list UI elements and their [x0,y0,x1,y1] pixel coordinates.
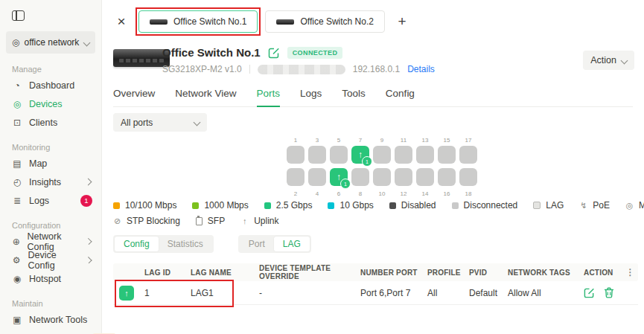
network-config-icon: ⊕ [12,237,21,247]
col-device-template-override: DEVICE TEMPLATE OVERRIDE [259,264,360,280]
port-18[interactable] [459,168,477,186]
column-settings-icon[interactable]: ⋮ [622,267,638,277]
switch-thumbnail-icon [150,19,168,25]
sidebar-collapse-icon[interactable] [12,10,25,21]
tab-config[interactable]: Config [386,88,415,106]
device-ip: 192.168.0.1 [353,64,400,74]
section-label-manage: Manage [12,65,101,74]
poe-lightning-icon: ↯ [579,201,587,211]
location-pin-icon: ◎ [12,37,19,48]
tab-network-view[interactable]: Network View [175,88,236,106]
sidebar-item-clients[interactable]: ⊡ Clients [0,113,101,132]
chevron-right-icon [85,257,92,263]
port-lag-badge: 1 [340,179,351,189]
port-10[interactable] [373,168,391,186]
port-6[interactable]: ↑1 [330,168,348,186]
subtab-lag[interactable]: LAG [274,237,310,251]
port-13[interactable] [416,146,434,164]
app-window: ◎ office network Manage ◔ Dashboard ◎ De… [0,0,644,334]
devices-icon: ◎ [12,99,22,109]
sidebar-item-network-config[interactable]: ⊕ Network Config [0,232,101,251]
legend-1000-mbps: 1000 Mbps [192,200,248,211]
port-1[interactable] [287,146,305,164]
sidebar-item-label: Hotspot [29,274,61,284]
close-icon[interactable]: × [112,12,131,31]
sidebar-item-intellirecover[interactable]: ⇄ IntelliRecover BETA [0,329,101,334]
add-tab-icon[interactable]: + [392,12,412,31]
device-tab-label: Office Switch No.2 [300,16,373,27]
port-11[interactable] [395,146,412,164]
device-tab-1[interactable]: Office Switch No.1 [138,10,258,33]
port-3[interactable] [308,146,326,164]
col-profile: PROFILE [427,269,469,277]
insights-icon: ◴ [12,177,22,187]
sidebar-item-label: Logs [29,196,49,206]
port-5[interactable] [330,146,348,164]
legend-10-gbps: 10 Gbps [328,200,373,211]
legend-disconnected: Disconnected [452,200,518,211]
legend-poe: ↯PoE [579,200,610,211]
port-2[interactable] [287,168,305,186]
details-link[interactable]: Details [407,64,435,74]
sidebar-item-insights[interactable]: ◴ Insights [0,173,101,191]
col-action: ACTION [584,269,622,277]
port-14[interactable] [416,168,434,186]
legend-mirroring: ◎Mirroring [625,200,644,211]
light-gray-swatch-icon [452,202,459,209]
action-button[interactable]: Action [583,51,634,70]
site-selector[interactable]: ◎ office network [6,31,95,54]
legend-2-5-gbps: 2.5 Gbps [264,200,313,211]
subtab-config[interactable]: Config [115,237,159,251]
port-filter-select[interactable]: All ports [113,113,207,132]
table-header: LAG ID LAG NAME DEVICE TEMPLATE OVERRIDE… [113,263,638,281]
port-15[interactable] [438,146,456,164]
legend-sfp: SFP [196,216,225,226]
edit-name-icon[interactable] [268,47,280,59]
sidebar-item-hotspot[interactable]: ◉ Hotspot [0,269,101,288]
sidebar-item-label: Dashboard [29,80,74,91]
tab-ports[interactable]: Ports [257,88,281,107]
row-actions [584,287,622,298]
chevron-right-icon [85,238,92,245]
sidebar-item-devices[interactable]: ◎ Devices [0,94,101,113]
clients-icon: ⊡ [12,118,22,128]
sidebar-item-label: Devices [29,99,62,109]
sidebar-item-device-config[interactable]: ⚙ Device Config [0,251,101,269]
delete-row-icon[interactable] [604,287,614,298]
edit-row-icon[interactable] [584,287,595,298]
sidebar-item-map[interactable]: ▤ Map [0,154,101,173]
port-17[interactable] [459,146,477,164]
device-nav-tabs: Overview Network View Ports Logs Tools C… [113,88,633,107]
port-8[interactable] [351,168,369,186]
subtab-port[interactable]: Port [240,237,274,251]
tab-overview[interactable]: Overview [113,88,155,106]
device-tab-label: Office Switch No.1 [173,16,246,27]
site-selector-label: office network [24,37,79,48]
tab-logs[interactable]: Logs [300,88,322,106]
port-16[interactable] [438,168,456,186]
subtab-statistics[interactable]: Statistics [159,237,212,251]
device-name-row: Office Switch No.1 CONNECTED [162,46,342,59]
port-7[interactable]: ↑1 [351,146,369,164]
sidebar-item-label: Network Tools [29,315,87,325]
device-subinfo: SG3218XP-M2 v1.0 192.168.0.1 Details [162,64,435,74]
sidebar-item-label: Clients [29,118,57,128]
port-12[interactable] [395,168,412,186]
sidebar-item-logs[interactable]: ≣ Logs 1 [0,191,101,210]
cell-number-port: Port 6,Port 7 [360,288,427,298]
port-lag-badge: 1 [362,156,372,167]
table-row[interactable]: ↑ 1 LAG1 - Port 6,Port 7 All Default All… [113,281,638,305]
col-number-port: NUMBER PORT [360,269,427,277]
port-4[interactable] [308,168,326,186]
network-tools-icon: ▣ [12,315,22,325]
port-9[interactable] [373,146,391,164]
sidebar-item-dashboard[interactable]: ◔ Dashboard [0,76,101,94]
tab-tools[interactable]: Tools [342,88,366,106]
legend-uplink: ↑Uplink [240,216,278,226]
device-tab-2[interactable]: Office Switch No.2 [265,10,384,33]
uplink-arrow-icon: ↑ [240,216,249,225]
port-numbers-bottom: 24681012141618 [287,190,477,197]
lag-table: LAG ID LAG NAME DEVICE TEMPLATE OVERRIDE… [113,263,638,305]
port-lag-toggle: Port LAG [238,235,311,253]
sidebar-item-network-tools[interactable]: ▣ Network Tools [0,310,101,329]
